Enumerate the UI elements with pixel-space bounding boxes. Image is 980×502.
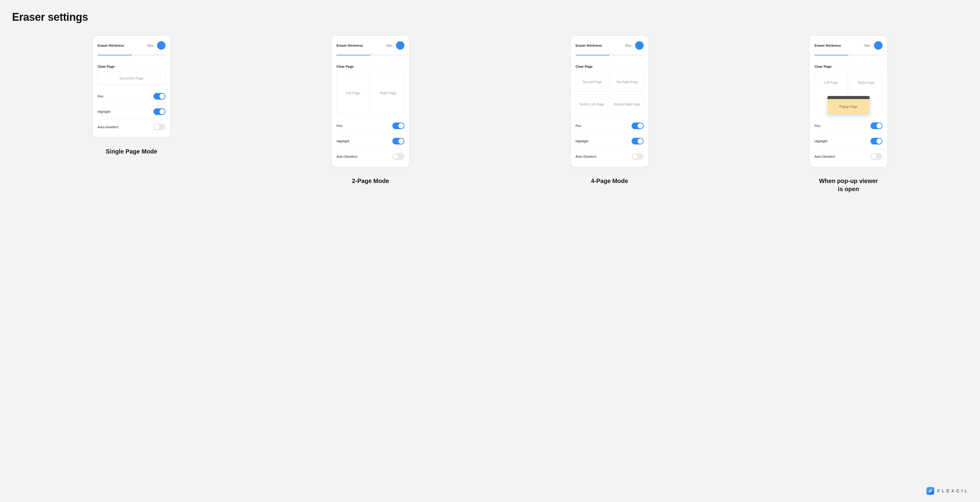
- caption-two: 2-Page Mode: [352, 177, 389, 185]
- toggle-row-pen: Pen: [97, 89, 165, 104]
- brand-badge: FLEXCIL: [926, 487, 969, 495]
- slider-thumb[interactable]: [609, 54, 612, 57]
- autodeselect-toggle-label: Auto-Deselect: [97, 125, 118, 129]
- autodeselect-toggle[interactable]: [870, 153, 883, 160]
- pen-toggle[interactable]: [153, 93, 165, 100]
- highlight-toggle-label: Highlight: [336, 139, 349, 143]
- autodeselect-toggle-label: Auto-Deselect: [576, 155, 597, 158]
- toggle-row-highlight: Highlight: [336, 134, 404, 149]
- thickness-slider[interactable]: [97, 53, 165, 57]
- clear-area-single: Document Page: [97, 72, 165, 84]
- toggle-row-autodeselect: Auto-Deselect: [336, 149, 404, 164]
- slider-fill: [336, 55, 372, 56]
- slider-thumb[interactable]: [371, 54, 374, 57]
- eraser-panel-single: Eraser thickness 30px Clear Page Documen…: [92, 35, 170, 138]
- popup-titlebar: [827, 96, 870, 99]
- toggle-row-pen: Pen: [336, 118, 404, 134]
- clear-page-label: Clear Page: [815, 65, 883, 69]
- thickness-label: Eraser thickness: [97, 44, 147, 47]
- pen-toggle-label: Pen: [576, 124, 582, 127]
- thickness-value: 30px: [386, 44, 393, 47]
- column-two: Eraser thickness 30px Clear Page Left Pa…: [260, 35, 481, 185]
- slider-thumb[interactable]: [132, 54, 135, 57]
- highlight-toggle-label: Highlight: [97, 110, 110, 113]
- clear-page-label: Clear Page: [336, 65, 404, 69]
- clear-top-right-button[interactable]: Top Right Page: [611, 72, 644, 92]
- toggle-row-autodeselect: Auto-Deselect: [97, 120, 165, 134]
- eraser-panel-four: Eraser thickness 30px Clear Page Top Lef…: [571, 35, 649, 167]
- clear-top-left-button[interactable]: Top Left Page: [576, 72, 608, 92]
- eraser-panel-two: Eraser thickness 30px Clear Page Left Pa…: [331, 35, 409, 167]
- caption-popup: When pop-up viewer is open: [819, 177, 878, 193]
- thickness-preview-dot: [396, 41, 404, 49]
- panels-row: Eraser thickness 30px Clear Page Documen…: [12, 35, 968, 193]
- clear-area-four: Top Left Page Top Right Page Bottom Left…: [576, 72, 644, 114]
- thickness-row: Eraser thickness 30px: [97, 41, 165, 49]
- clear-left-page-button[interactable]: Left Page: [336, 72, 369, 114]
- clear-page-label: Clear Page: [576, 65, 644, 69]
- slider-fill: [576, 55, 611, 56]
- autodeselect-toggle-label: Auto-Deselect: [336, 155, 357, 158]
- highlight-toggle[interactable]: [632, 138, 644, 145]
- pen-toggle[interactable]: [632, 123, 644, 129]
- highlight-toggle-label: Highlight: [815, 139, 827, 143]
- caption-single: Single Page Mode: [106, 147, 158, 156]
- toggle-row-autodeselect: Auto-Deselect: [815, 149, 883, 164]
- highlight-toggle-label: Highlight: [576, 139, 589, 143]
- slider-fill: [815, 55, 850, 56]
- brand-text: FLEXCIL: [937, 488, 969, 493]
- thickness-value: 30px: [147, 44, 153, 47]
- clear-area-popup: Left Page Right Page Popup Page: [815, 72, 883, 114]
- thickness-slider[interactable]: [576, 53, 644, 57]
- pen-toggle[interactable]: [870, 123, 883, 129]
- toggle-row-pen: Pen: [815, 118, 883, 134]
- thickness-preview-dot: [157, 41, 165, 49]
- clear-document-page-button[interactable]: Document Page: [97, 72, 165, 84]
- thickness-label: Eraser thickness: [576, 44, 625, 47]
- popup-page-label: Popup Page: [827, 99, 870, 114]
- thickness-preview-dot: [635, 41, 644, 49]
- highlight-toggle[interactable]: [392, 138, 404, 145]
- thickness-label: Eraser thickness: [815, 44, 864, 47]
- toggle-row-highlight: Highlight: [97, 104, 165, 120]
- autodeselect-toggle-label: Auto-Deselect: [815, 155, 835, 158]
- clear-right-page-button[interactable]: Right Page: [372, 72, 404, 114]
- column-single: Eraser thickness 30px Clear Page Documen…: [21, 35, 242, 156]
- autodeselect-toggle[interactable]: [392, 153, 404, 160]
- thickness-row: Eraser thickness 30px: [336, 41, 404, 49]
- toggle-row-autodeselect: Auto-Deselect: [576, 149, 644, 164]
- thickness-slider[interactable]: [336, 53, 404, 57]
- pen-toggle-label: Pen: [815, 124, 821, 127]
- column-popup: Eraser thickness 30px Clear Page Left Pa…: [738, 35, 959, 193]
- caption-four: 4-Page Mode: [591, 177, 628, 185]
- thickness-row: Eraser thickness 30px: [576, 41, 644, 49]
- clear-popup-page-button[interactable]: Popup Page: [827, 96, 870, 114]
- column-four: Eraser thickness 30px Clear Page Top Lef…: [499, 35, 720, 185]
- pen-toggle-label: Pen: [97, 94, 103, 98]
- pen-toggle[interactable]: [392, 123, 404, 129]
- highlight-toggle[interactable]: [870, 138, 883, 145]
- thickness-slider[interactable]: [815, 53, 883, 57]
- clear-bottom-left-button[interactable]: Bottom Left Page: [576, 94, 608, 114]
- thickness-preview-dot: [874, 41, 883, 49]
- thickness-value: 30px: [864, 44, 870, 47]
- highlight-toggle[interactable]: [153, 108, 165, 115]
- thickness-label: Eraser thickness: [336, 44, 386, 47]
- thickness-row: Eraser thickness 30px: [815, 41, 883, 49]
- flexcil-icon: [926, 487, 934, 495]
- thickness-value: 30px: [625, 44, 632, 47]
- autodeselect-toggle[interactable]: [153, 124, 165, 130]
- clear-area-two: Left Page Right Page: [336, 72, 404, 114]
- autodeselect-toggle[interactable]: [632, 153, 644, 160]
- toggle-row-highlight: Highlight: [815, 134, 883, 149]
- slider-thumb[interactable]: [848, 54, 851, 57]
- clear-page-label: Clear Page: [97, 65, 165, 69]
- pen-toggle-label: Pen: [336, 124, 342, 127]
- eraser-panel-popup: Eraser thickness 30px Clear Page Left Pa…: [810, 35, 888, 167]
- toggle-row-highlight: Highlight: [576, 134, 644, 149]
- toggle-row-pen: Pen: [576, 118, 644, 134]
- slider-fill: [97, 55, 133, 56]
- page-title: Eraser settings: [12, 11, 968, 24]
- clear-bottom-right-button[interactable]: Bottom Right Page: [611, 94, 644, 114]
